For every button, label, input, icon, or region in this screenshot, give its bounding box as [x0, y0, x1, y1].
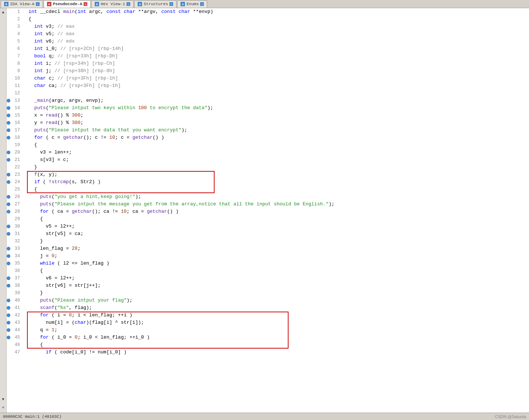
line-content[interactable]: str[v5] = ca;	[27, 230, 529, 238]
breakpoint-dot	[7, 328, 10, 332]
line-content[interactable]: f(x, y);	[27, 171, 529, 178]
tab-enums-close[interactable]: ×	[200, 2, 204, 6]
line-content[interactable]: puts("Please intput two keys within 100 …	[27, 104, 529, 112]
tab-hex-close[interactable]: ×	[127, 2, 130, 6]
tab-ida-view[interactable]: A IDA View-A ×	[1, 0, 43, 8]
line-content[interactable]: int v5; // eax	[27, 30, 529, 38]
line-content[interactable]: v5 = l2++;	[27, 223, 529, 230]
line-content[interactable]: len_flag = 28;	[27, 245, 529, 252]
line-content[interactable]: {	[27, 141, 529, 149]
tab-pseudocode[interactable]: A Pseudocode-A ×	[44, 0, 91, 8]
line-gutter: 14	[7, 104, 27, 112]
line-content[interactable]: scanf("%s", flag);	[27, 304, 529, 312]
breakpoint-dot	[7, 136, 10, 140]
line-content[interactable]: str[v6] = str[j++];	[27, 282, 529, 289]
line-content[interactable]: {	[27, 215, 529, 223]
line-content[interactable]: puts("Please intput the message you get …	[27, 201, 529, 208]
pseudocode-icon: A	[47, 2, 51, 6]
scroll-down-arrow[interactable]: ▼	[2, 397, 4, 401]
breakpoint-dot	[7, 336, 10, 339]
bp-empty	[7, 239, 10, 243]
breakpoint-dot	[7, 128, 10, 132]
line-content[interactable]: int v6; // edx	[27, 38, 529, 45]
line-gutter: 30	[7, 223, 27, 230]
line-row: 42 for ( i = 0; i < len_flag; ++i )	[7, 312, 529, 319]
breakpoint-dot	[7, 225, 10, 228]
line-content[interactable]: {	[27, 267, 529, 275]
tab-enums[interactable]: A Enums ×	[177, 0, 207, 8]
tab-hex-view[interactable]: A Hex View-1 ×	[91, 0, 134, 8]
line-number: 5	[11, 38, 21, 45]
line-row: 18 for ( c = getchar(); c != 10; c = get…	[7, 134, 529, 141]
tab-ida-label: IDA View-A	[10, 2, 34, 6]
sidebar-x-marker: ✕	[2, 405, 4, 410]
line-number: 20	[11, 149, 21, 156]
tab-structures-label: Structures	[144, 2, 168, 6]
line-gutter: 42	[7, 312, 27, 319]
line-content[interactable]: _main(argc, argv, envp);	[27, 97, 529, 104]
line-content[interactable]: {	[27, 186, 529, 193]
line-row: 7 bool q; // [rsp+33h] [rbp-Dh]	[7, 53, 529, 60]
line-number: 26	[11, 193, 21, 201]
line-content[interactable]: s[v3] = c;	[27, 156, 529, 164]
line-number: 27	[11, 201, 21, 208]
line-number: 36	[11, 267, 21, 275]
line-content[interactable]: v3 = len++;	[27, 149, 529, 156]
line-content[interactable]: x = read() % 300;	[27, 112, 529, 119]
line-content[interactable]: puts("Please intput your flag");	[27, 297, 529, 304]
line-content[interactable]: j = 0;	[27, 252, 529, 260]
line-number: 30	[11, 223, 21, 230]
line-content[interactable]: {	[27, 341, 529, 349]
line-content[interactable]: int i_0; // [rsp+2Ch] [rbp-14h]	[27, 45, 529, 53]
ida-view-icon: A	[4, 2, 9, 6]
line-content[interactable]: bool q; // [rsp+33h] [rbp-Dh]	[27, 53, 529, 60]
line-content[interactable]: for ( i_0 = 0; i_0 < len_flag; ++i_0 )	[27, 334, 529, 341]
tab-structures[interactable]: A Structures ×	[134, 0, 176, 8]
line-content[interactable]: }	[27, 164, 529, 171]
line-content[interactable]: char ca; // [rsp+3Fh] [rbp-1h]	[27, 82, 529, 90]
line-content[interactable]: }	[27, 289, 529, 297]
tab-structures-close[interactable]: ×	[169, 2, 173, 6]
line-content[interactable]: num[i] = (char)(flag[i] ^ str[i]);	[27, 319, 529, 326]
line-content[interactable]: for ( i = 0; i < len_flag; ++i )	[27, 312, 529, 319]
breakpoint-dot	[7, 313, 10, 317]
scroll-up-arrow[interactable]: ▲	[2, 10, 4, 14]
line-content[interactable]: char c; // [rsp+3Fh] [rbp-1h]	[27, 75, 529, 82]
code-area[interactable]: 1 int __cdecl main(int argc, const char …	[7, 8, 529, 413]
line-content[interactable]: int __cdecl main(int argc, const char **…	[27, 8, 529, 16]
line-content[interactable]: if ( code[i_0] != num[i_0] )	[27, 349, 529, 356]
line-content[interactable]: while ( l2 <= len_flag )	[27, 260, 529, 267]
line-number: 12	[11, 90, 21, 97]
tab-ida-close[interactable]: ×	[36, 2, 40, 6]
line-row: 6 int i_0; // [rsp+2Ch] [rbp-14h]	[7, 45, 529, 53]
line-content[interactable]: y = read() % 300;	[27, 119, 529, 127]
line-number: 21	[11, 156, 21, 164]
line-number: 16	[11, 119, 21, 127]
tab-pseudocode-label: Pseudocode-A	[53, 2, 82, 6]
line-gutter: 44	[7, 326, 27, 334]
line-row: 28 for ( ca = getchar(); ca != 10; ca = …	[7, 208, 529, 215]
line-content[interactable]: if ( !strcmp(s, Str2) )	[27, 178, 529, 186]
line-content[interactable]: int v3; // eax	[27, 23, 529, 30]
line-content[interactable]: puts("you get a hint,keep going!");	[27, 193, 529, 201]
line-gutter: 41	[7, 304, 27, 312]
line-content[interactable]: }	[27, 238, 529, 245]
line-content[interactable]: int j; // [rsp+38h] [rbp-8h]	[27, 67, 529, 75]
tab-pseudocode-close[interactable]: ×	[84, 2, 87, 6]
line-row: 35 while ( l2 <= len_flag )	[7, 260, 529, 267]
bp-empty	[7, 40, 10, 43]
line-row: 32 }	[7, 238, 529, 245]
line-content[interactable]: int i; // [rsp+34h] [rbp-Ch]	[27, 60, 529, 67]
line-number: 15	[11, 112, 21, 119]
line-content[interactable]: v6 = l2++;	[27, 275, 529, 282]
bp-empty	[7, 62, 10, 65]
bp-empty	[7, 47, 10, 51]
line-content[interactable]: for ( c = getchar(); c != 10; c = getcha…	[27, 134, 529, 141]
line-content[interactable]: q = 1;	[27, 326, 529, 334]
breakpoint-dot	[7, 232, 10, 236]
line-content[interactable]: for ( ca = getchar(); ca != 10; ca = get…	[27, 208, 529, 215]
line-number: 11	[11, 82, 21, 90]
line-row: 43 num[i] = (char)(flag[i] ^ str[i]);	[7, 319, 529, 326]
line-content[interactable]: puts("Please intput the data that you wa…	[27, 127, 529, 134]
line-content[interactable]: {	[27, 16, 529, 23]
